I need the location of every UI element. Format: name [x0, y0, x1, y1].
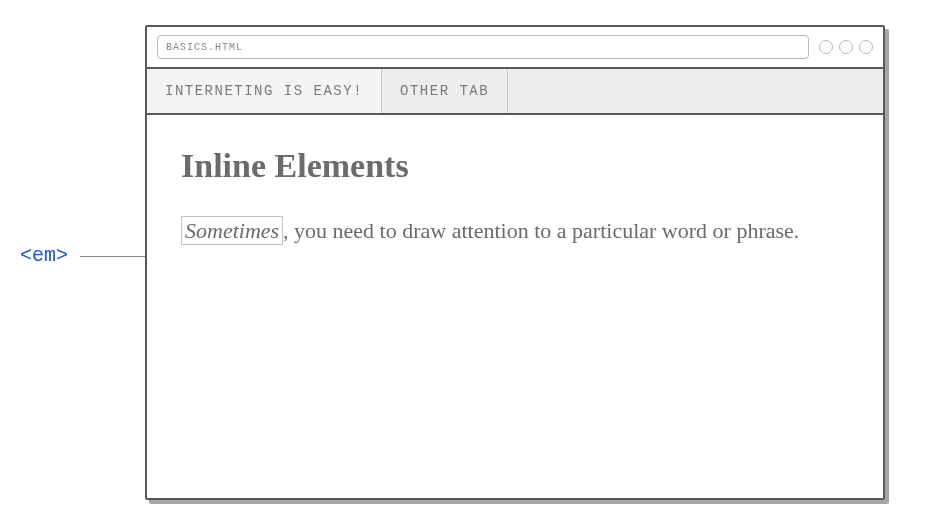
tab-other[interactable]: OTHER TAB	[382, 69, 508, 113]
tab-interneting-is-easy[interactable]: INTERNETING IS EASY!	[147, 69, 382, 113]
window-button-1[interactable]	[819, 40, 833, 54]
paragraph-rest: , you need to draw attention to a partic…	[283, 218, 799, 243]
browser-window: BASICS.HTML INTERNETING IS EASY! OTHER T…	[145, 25, 885, 500]
address-bar[interactable]: BASICS.HTML	[157, 35, 809, 59]
browser-titlebar: BASICS.HTML	[147, 27, 883, 69]
window-controls	[819, 40, 873, 54]
address-bar-text: BASICS.HTML	[166, 42, 243, 53]
em-tag-annotation: <em>	[20, 244, 68, 267]
em-element: Sometimes	[181, 216, 283, 245]
window-button-2[interactable]	[839, 40, 853, 54]
window-button-3[interactable]	[859, 40, 873, 54]
paragraph: Sometimes, you need to draw attention to…	[181, 213, 821, 248]
tab-label: INTERNETING IS EASY!	[165, 83, 363, 99]
tab-label: OTHER TAB	[400, 83, 489, 99]
tab-bar: INTERNETING IS EASY! OTHER TAB	[147, 69, 883, 115]
page-content: Inline Elements Sometimes, you need to d…	[147, 115, 883, 498]
page-heading: Inline Elements	[181, 147, 849, 185]
